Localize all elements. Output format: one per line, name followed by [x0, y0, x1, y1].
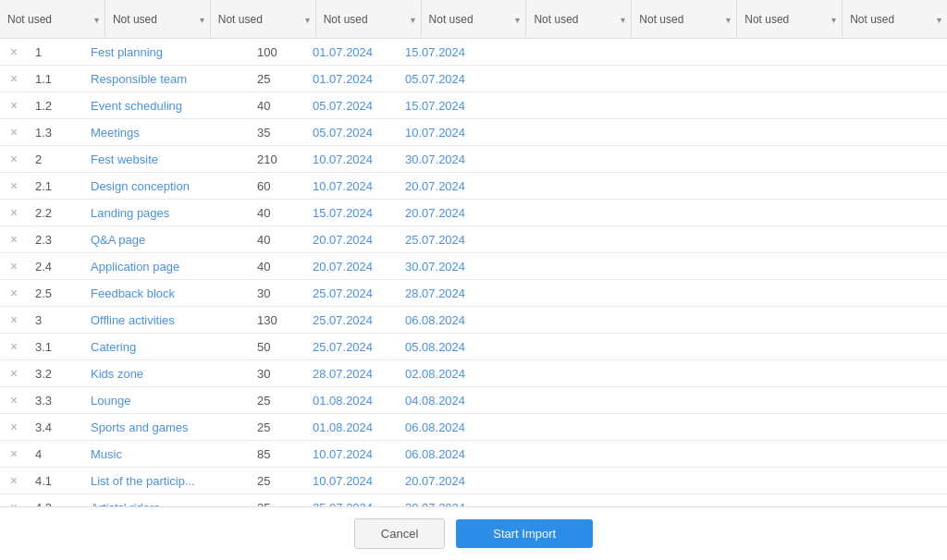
row-empty-2 — [794, 494, 947, 507]
row-empty-1 — [643, 441, 795, 468]
row-delete-button[interactable]: × — [0, 39, 28, 66]
row-start-date: 10.07.2024 — [305, 468, 398, 494]
column-select-0[interactable]: Not usedNameDurationStart DateEnd DateRe… — [0, 0, 105, 38]
row-start-date: 10.07.2024 — [305, 441, 398, 468]
row-empty-0 — [490, 360, 643, 387]
cancel-button[interactable]: Cancel — [354, 518, 445, 549]
row-start-date: 15.07.2024 — [305, 200, 398, 226]
row-delete-button[interactable]: × — [0, 468, 28, 494]
row-empty-2 — [794, 92, 947, 119]
row-name[interactable]: Landing pages — [83, 200, 250, 226]
row-empty-2 — [794, 39, 947, 66]
start-import-button[interactable]: Start Import — [456, 519, 593, 548]
row-number: 1.1 — [28, 66, 83, 92]
row-delete-button[interactable]: × — [0, 360, 28, 387]
row-empty-2 — [794, 441, 947, 468]
row-delete-button[interactable]: × — [0, 441, 28, 468]
row-end-date: 25.07.2024 — [398, 226, 490, 253]
row-name[interactable]: Offline activities — [83, 307, 250, 334]
row-empty-0 — [490, 468, 643, 494]
row-value: 25 — [250, 494, 305, 507]
row-name[interactable]: Catering — [83, 334, 250, 360]
row-delete-button[interactable]: × — [0, 414, 28, 441]
row-delete-button[interactable]: × — [0, 119, 28, 146]
table-row: ×2.4Application page4020.07.202430.07.20… — [0, 253, 947, 280]
row-end-date: 02.08.2024 — [398, 360, 490, 387]
row-delete-button[interactable]: × — [0, 494, 28, 507]
row-empty-2 — [794, 307, 947, 334]
row-name[interactable]: Meetings — [83, 119, 250, 146]
row-name[interactable]: Sports and games — [83, 414, 250, 441]
header-cell-inner-8: Not usedNameDurationStart DateEnd DateRe… — [842, 0, 947, 38]
row-number: 4.1 — [28, 468, 83, 494]
row-value: 25 — [250, 414, 305, 441]
column-select-5[interactable]: Not usedNameDurationStart DateEnd DateRe… — [526, 0, 631, 38]
row-empty-0 — [490, 387, 643, 414]
row-empty-1 — [643, 119, 795, 146]
row-end-date: 06.08.2024 — [398, 441, 490, 468]
row-name[interactable]: Event scheduling — [83, 92, 250, 119]
row-empty-0 — [490, 414, 643, 441]
column-select-2[interactable]: Not usedNameDurationStart DateEnd DateRe… — [211, 0, 315, 38]
row-empty-2 — [794, 146, 947, 173]
row-empty-2 — [794, 119, 947, 146]
column-select-7[interactable]: Not usedNameDurationStart DateEnd DateRe… — [737, 0, 842, 38]
row-name[interactable]: Feedback block — [83, 280, 250, 307]
row-delete-button[interactable]: × — [0, 280, 28, 307]
table-row: ×4.1List of the particip...2510.07.20242… — [0, 468, 947, 494]
row-delete-button[interactable]: × — [0, 334, 28, 360]
row-end-date: 20.07.2024 — [398, 200, 490, 226]
row-empty-0 — [490, 66, 643, 92]
column-select-3[interactable]: Not usedNameDurationStart DateEnd DateRe… — [316, 0, 421, 38]
row-name[interactable]: Responsible team — [83, 66, 250, 92]
row-empty-2 — [794, 226, 947, 253]
column-select-8[interactable]: Not usedNameDurationStart DateEnd DateRe… — [842, 0, 947, 38]
row-value: 50 — [250, 334, 305, 360]
row-empty-0 — [490, 39, 643, 66]
row-number: 2.2 — [28, 200, 83, 226]
row-end-date: 28.07.2024 — [398, 280, 490, 307]
row-name[interactable]: Fest website — [83, 146, 250, 173]
row-name[interactable]: Fest planning — [83, 39, 250, 66]
row-end-date: 06.08.2024 — [398, 307, 490, 334]
row-delete-button[interactable]: × — [0, 307, 28, 334]
row-empty-2 — [794, 253, 947, 280]
row-name[interactable]: List of the particip... — [83, 468, 250, 494]
row-delete-button[interactable]: × — [0, 173, 28, 200]
row-end-date: 30.07.2024 — [398, 253, 490, 280]
header-cell-inner-7: Not usedNameDurationStart DateEnd DateRe… — [737, 0, 842, 38]
row-delete-button[interactable]: × — [0, 146, 28, 173]
row-empty-0 — [490, 173, 643, 200]
header-cell-inner-5: Not usedNameDurationStart DateEnd DateRe… — [526, 0, 631, 38]
row-name[interactable]: Application page — [83, 253, 250, 280]
row-name[interactable]: Kids zone — [83, 360, 250, 387]
row-empty-2 — [794, 280, 947, 307]
row-name[interactable]: Music — [83, 441, 250, 468]
column-select-1[interactable]: Not usedNameDurationStart DateEnd DateRe… — [105, 0, 210, 38]
row-empty-0 — [490, 119, 643, 146]
row-value: 100 — [250, 39, 305, 66]
row-delete-button[interactable]: × — [0, 92, 28, 119]
row-name[interactable]: Design conception — [83, 173, 250, 200]
row-delete-button[interactable]: × — [0, 387, 28, 414]
column-select-4[interactable]: Not usedNameDurationStart DateEnd DateRe… — [422, 0, 526, 38]
row-empty-1 — [643, 360, 795, 387]
row-start-date: 01.08.2024 — [305, 414, 398, 441]
row-delete-button[interactable]: × — [0, 253, 28, 280]
row-delete-button[interactable]: × — [0, 66, 28, 92]
row-delete-button[interactable]: × — [0, 226, 28, 253]
row-name[interactable]: Lounge — [83, 387, 250, 414]
column-select-6[interactable]: Not usedNameDurationStart DateEnd DateRe… — [632, 0, 736, 38]
row-end-date: 30.07.2024 — [398, 146, 490, 173]
row-empty-2 — [794, 468, 947, 494]
row-start-date: 10.07.2024 — [305, 146, 398, 173]
row-empty-1 — [643, 146, 795, 173]
header-column-1: Not usedNameDurationStart DateEnd DateRe… — [105, 0, 211, 38]
table-row: ×3.4Sports and games2501.08.202406.08.20… — [0, 414, 947, 441]
table-row: ×2Fest website21010.07.202430.07.2024 — [0, 146, 947, 173]
row-name[interactable]: Artists' riders — [83, 494, 250, 507]
row-delete-button[interactable]: × — [0, 200, 28, 226]
row-name[interactable]: Q&A page — [83, 226, 250, 253]
row-end-date: 05.08.2024 — [398, 334, 490, 360]
row-start-date: 25.07.2024 — [305, 334, 398, 360]
